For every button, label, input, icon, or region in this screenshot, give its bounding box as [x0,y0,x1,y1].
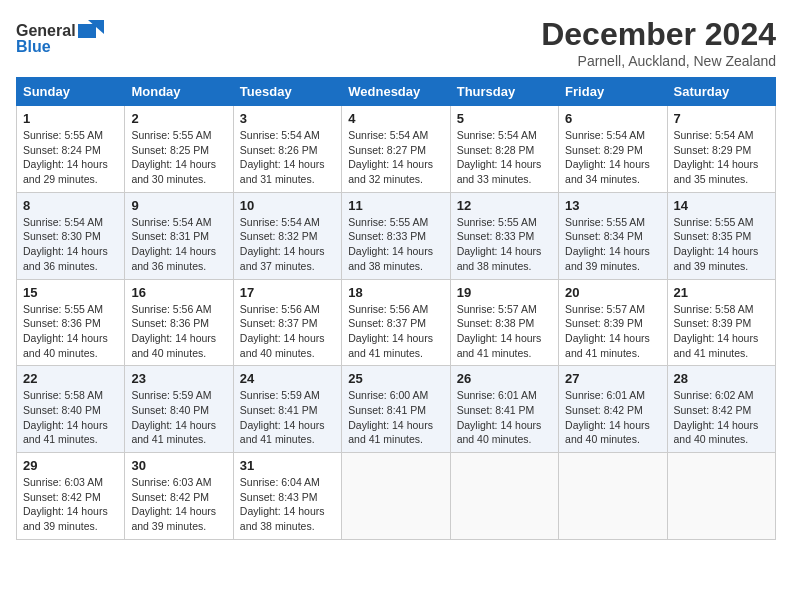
calendar-cell: 31Sunrise: 6:04 AM Sunset: 8:43 PM Dayli… [233,453,341,540]
day-number: 19 [457,285,552,300]
calendar-cell: 18Sunrise: 5:56 AM Sunset: 8:37 PM Dayli… [342,279,450,366]
day-number: 21 [674,285,769,300]
svg-text:General: General [16,22,76,39]
column-header-thursday: Thursday [450,78,558,106]
day-info: Sunrise: 5:55 AM Sunset: 8:34 PM Dayligh… [565,215,660,274]
day-info: Sunrise: 5:56 AM Sunset: 8:36 PM Dayligh… [131,302,226,361]
calendar-table: SundayMondayTuesdayWednesdayThursdayFrid… [16,77,776,540]
calendar-cell: 14Sunrise: 5:55 AM Sunset: 8:35 PM Dayli… [667,192,775,279]
day-info: Sunrise: 5:57 AM Sunset: 8:38 PM Dayligh… [457,302,552,361]
day-number: 22 [23,371,118,386]
column-header-saturday: Saturday [667,78,775,106]
calendar-cell [342,453,450,540]
day-number: 12 [457,198,552,213]
day-info: Sunrise: 5:54 AM Sunset: 8:31 PM Dayligh… [131,215,226,274]
calendar-week-row: 29Sunrise: 6:03 AM Sunset: 8:42 PM Dayli… [17,453,776,540]
calendar-cell: 13Sunrise: 5:55 AM Sunset: 8:34 PM Dayli… [559,192,667,279]
day-info: Sunrise: 5:59 AM Sunset: 8:41 PM Dayligh… [240,388,335,447]
day-number: 25 [348,371,443,386]
column-header-friday: Friday [559,78,667,106]
calendar-cell: 4Sunrise: 5:54 AM Sunset: 8:27 PM Daylig… [342,106,450,193]
day-info: Sunrise: 5:54 AM Sunset: 8:32 PM Dayligh… [240,215,335,274]
calendar-cell: 9Sunrise: 5:54 AM Sunset: 8:31 PM Daylig… [125,192,233,279]
day-number: 30 [131,458,226,473]
day-info: Sunrise: 5:55 AM Sunset: 8:33 PM Dayligh… [348,215,443,274]
calendar-cell: 22Sunrise: 5:58 AM Sunset: 8:40 PM Dayli… [17,366,125,453]
day-number: 23 [131,371,226,386]
calendar-cell: 5Sunrise: 5:54 AM Sunset: 8:28 PM Daylig… [450,106,558,193]
day-number: 24 [240,371,335,386]
title-block: December 2024 Parnell, Auckland, New Zea… [541,16,776,69]
calendar-cell [559,453,667,540]
day-number: 20 [565,285,660,300]
calendar-cell: 17Sunrise: 5:56 AM Sunset: 8:37 PM Dayli… [233,279,341,366]
calendar-cell: 30Sunrise: 6:03 AM Sunset: 8:42 PM Dayli… [125,453,233,540]
day-info: Sunrise: 5:54 AM Sunset: 8:27 PM Dayligh… [348,128,443,187]
day-number: 17 [240,285,335,300]
day-number: 18 [348,285,443,300]
calendar-cell: 23Sunrise: 5:59 AM Sunset: 8:40 PM Dayli… [125,366,233,453]
calendar-cell: 11Sunrise: 5:55 AM Sunset: 8:33 PM Dayli… [342,192,450,279]
day-info: Sunrise: 5:55 AM Sunset: 8:35 PM Dayligh… [674,215,769,274]
calendar-cell: 27Sunrise: 6:01 AM Sunset: 8:42 PM Dayli… [559,366,667,453]
day-info: Sunrise: 5:55 AM Sunset: 8:24 PM Dayligh… [23,128,118,187]
day-number: 3 [240,111,335,126]
day-info: Sunrise: 5:56 AM Sunset: 8:37 PM Dayligh… [348,302,443,361]
calendar-cell: 3Sunrise: 5:54 AM Sunset: 8:26 PM Daylig… [233,106,341,193]
svg-marker-1 [78,24,96,38]
day-info: Sunrise: 6:02 AM Sunset: 8:42 PM Dayligh… [674,388,769,447]
calendar-cell: 28Sunrise: 6:02 AM Sunset: 8:42 PM Dayli… [667,366,775,453]
day-number: 29 [23,458,118,473]
calendar-cell: 1Sunrise: 5:55 AM Sunset: 8:24 PM Daylig… [17,106,125,193]
day-info: Sunrise: 5:55 AM Sunset: 8:33 PM Dayligh… [457,215,552,274]
day-number: 6 [565,111,660,126]
calendar-week-row: 22Sunrise: 5:58 AM Sunset: 8:40 PM Dayli… [17,366,776,453]
day-info: Sunrise: 5:57 AM Sunset: 8:39 PM Dayligh… [565,302,660,361]
day-number: 7 [674,111,769,126]
logo: General Blue [16,16,106,58]
day-number: 5 [457,111,552,126]
calendar-cell: 26Sunrise: 6:01 AM Sunset: 8:41 PM Dayli… [450,366,558,453]
calendar-cell: 20Sunrise: 5:57 AM Sunset: 8:39 PM Dayli… [559,279,667,366]
calendar-cell [450,453,558,540]
day-info: Sunrise: 5:56 AM Sunset: 8:37 PM Dayligh… [240,302,335,361]
calendar-cell: 2Sunrise: 5:55 AM Sunset: 8:25 PM Daylig… [125,106,233,193]
day-info: Sunrise: 5:59 AM Sunset: 8:40 PM Dayligh… [131,388,226,447]
day-info: Sunrise: 5:54 AM Sunset: 8:29 PM Dayligh… [565,128,660,187]
day-info: Sunrise: 6:01 AM Sunset: 8:41 PM Dayligh… [457,388,552,447]
month-title: December 2024 [541,16,776,53]
day-info: Sunrise: 5:54 AM Sunset: 8:29 PM Dayligh… [674,128,769,187]
day-number: 28 [674,371,769,386]
day-info: Sunrise: 5:55 AM Sunset: 8:36 PM Dayligh… [23,302,118,361]
column-header-wednesday: Wednesday [342,78,450,106]
day-number: 13 [565,198,660,213]
day-number: 16 [131,285,226,300]
day-number: 27 [565,371,660,386]
column-header-sunday: Sunday [17,78,125,106]
calendar-cell: 16Sunrise: 5:56 AM Sunset: 8:36 PM Dayli… [125,279,233,366]
day-number: 14 [674,198,769,213]
calendar-week-row: 15Sunrise: 5:55 AM Sunset: 8:36 PM Dayli… [17,279,776,366]
day-number: 11 [348,198,443,213]
calendar-cell: 25Sunrise: 6:00 AM Sunset: 8:41 PM Dayli… [342,366,450,453]
calendar-week-row: 1Sunrise: 5:55 AM Sunset: 8:24 PM Daylig… [17,106,776,193]
svg-text:Blue: Blue [16,38,51,55]
calendar-cell: 19Sunrise: 5:57 AM Sunset: 8:38 PM Dayli… [450,279,558,366]
calendar-cell: 8Sunrise: 5:54 AM Sunset: 8:30 PM Daylig… [17,192,125,279]
calendar-header-row: SundayMondayTuesdayWednesdayThursdayFrid… [17,78,776,106]
day-info: Sunrise: 6:00 AM Sunset: 8:41 PM Dayligh… [348,388,443,447]
day-number: 15 [23,285,118,300]
logo-svg: General Blue [16,16,106,58]
day-number: 2 [131,111,226,126]
calendar-cell: 7Sunrise: 5:54 AM Sunset: 8:29 PM Daylig… [667,106,775,193]
calendar-cell: 6Sunrise: 5:54 AM Sunset: 8:29 PM Daylig… [559,106,667,193]
day-info: Sunrise: 6:04 AM Sunset: 8:43 PM Dayligh… [240,475,335,534]
day-number: 10 [240,198,335,213]
calendar-cell [667,453,775,540]
location: Parnell, Auckland, New Zealand [541,53,776,69]
calendar-cell: 29Sunrise: 6:03 AM Sunset: 8:42 PM Dayli… [17,453,125,540]
column-header-monday: Monday [125,78,233,106]
page-header: General Blue December 2024 Parnell, Auck… [16,16,776,69]
day-number: 8 [23,198,118,213]
day-info: Sunrise: 5:54 AM Sunset: 8:30 PM Dayligh… [23,215,118,274]
